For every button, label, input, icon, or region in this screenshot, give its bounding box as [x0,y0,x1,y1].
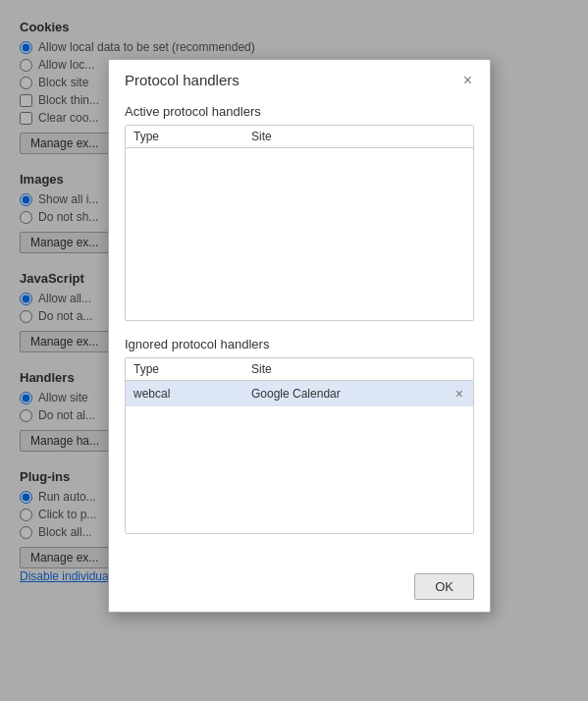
table-row: webcal Google Calendar × [126,381,473,406]
active-table-body [126,148,473,320]
dialog-title: Protocol handlers [125,72,240,88]
dialog-close-button[interactable]: × [461,73,474,88]
ignored-table: Type Site webcal Google Calendar × [125,357,474,534]
row-site: Google Calendar [251,387,454,401]
ignored-table-header: Type Site [126,358,473,381]
dialog-footer: OK [109,566,490,612]
row-type: webcal [134,387,251,401]
protocol-handlers-dialog: Protocol handlers × Active protocol hand… [108,59,491,613]
ignored-table-body: webcal Google Calendar × [126,381,473,533]
dialog-body: Active protocol handlers Type Site Ignor… [109,96,490,566]
row-remove-button[interactable]: × [454,386,465,402]
active-col-type: Type [134,130,251,143]
ignored-col-site: Site [251,362,465,376]
ignored-section-label: Ignored protocol handlers [125,337,474,351]
ok-button[interactable]: OK [414,573,474,600]
active-table-header: Type Site [126,126,473,148]
ignored-col-type: Type [134,362,251,376]
active-section-label: Active protocol handlers [125,104,474,119]
dialog-header: Protocol handlers × [109,60,490,96]
active-table: Type Site [125,125,474,321]
active-col-site: Site [251,130,465,143]
